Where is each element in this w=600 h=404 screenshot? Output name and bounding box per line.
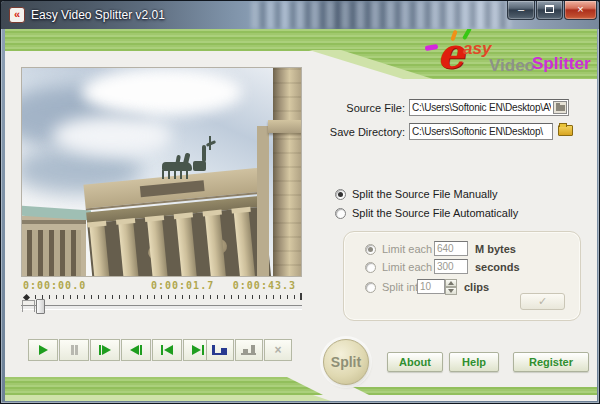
step-back-button[interactable]	[121, 339, 151, 361]
browse-source-button[interactable]	[553, 101, 567, 114]
radio-split-into-clips[interactable]	[365, 282, 376, 293]
delete-split-point-button[interactable]: ×	[264, 339, 292, 361]
video-preview	[21, 67, 302, 277]
time-current-label: 0:00:01.7	[151, 280, 214, 291]
about-button[interactable]: About	[387, 352, 443, 372]
maximize-icon	[545, 5, 554, 13]
step-forward-icon	[99, 345, 101, 355]
browse-save-folder-button[interactable]	[558, 125, 573, 136]
background-column	[257, 126, 269, 277]
play-button[interactable]	[28, 339, 58, 361]
title-bar[interactable]: « Easy Video Splitter v2.01 – ×	[1, 1, 600, 29]
radio-limit-mbytes[interactable]	[365, 244, 376, 255]
logo-splitter: Splitter	[532, 54, 591, 74]
time-end-label: 0:00:43.3	[232, 280, 296, 291]
foreground-column	[273, 68, 302, 277]
limit-mbytes-input[interactable]	[434, 241, 468, 256]
set-begin-point-button[interactable]	[206, 339, 234, 361]
delete-icon: ×	[274, 343, 281, 357]
step-back-icon	[130, 345, 139, 355]
brandenburg-gate	[83, 167, 277, 277]
minimize-button[interactable]: –	[507, 1, 535, 20]
clip-count-input[interactable]	[417, 279, 445, 294]
logo-letter-e: e	[437, 31, 464, 77]
jump-end-icon	[192, 345, 201, 355]
jump-start-icon	[161, 345, 163, 355]
cloud	[82, 68, 242, 116]
mbytes-unit-label: M bytes	[475, 243, 516, 255]
save-directory-input[interactable]	[409, 123, 553, 140]
timeline-slider[interactable]	[21, 305, 302, 310]
seconds-unit-label: seconds	[475, 261, 520, 273]
stepper-up-button[interactable]	[445, 279, 457, 287]
clips-unit-label: clips	[464, 281, 489, 293]
step-forward-button[interactable]	[90, 339, 120, 361]
bottom-green-band	[5, 373, 597, 401]
window-title: Easy Video Splitter v2.01	[31, 8, 165, 22]
arrow-down-icon	[448, 289, 454, 293]
clip-count-stepper	[445, 279, 457, 296]
app-icon: «	[9, 7, 25, 23]
register-button[interactable]: Register	[513, 352, 589, 372]
quadriga-statue	[160, 136, 224, 182]
arrow-up-icon	[448, 281, 454, 285]
radio-split-manually-label: Split the Source File Manually	[352, 188, 498, 200]
client-area: e asy Video Splitter	[5, 29, 597, 401]
folder-open-icon	[556, 105, 565, 111]
timeline-slider-thumb[interactable]	[36, 299, 45, 314]
radio-split-automatically[interactable]	[335, 208, 346, 219]
timeline-tick-strip	[35, 295, 299, 299]
app-logo: e asy Video Splitter	[427, 31, 592, 83]
source-file-input[interactable]	[409, 99, 569, 116]
radio-split-manually[interactable]	[335, 189, 346, 200]
titlebar-glass-decoration	[251, 1, 511, 29]
side-building	[22, 216, 86, 277]
pause-icon	[71, 345, 74, 355]
split-button[interactable]: Split	[323, 339, 369, 385]
limit-seconds-input[interactable]	[434, 259, 468, 274]
stepper-down-button[interactable]	[445, 287, 457, 295]
jump-start-button[interactable]	[152, 339, 182, 361]
radio-split-automatically-label: Split the Source File Automatically	[352, 207, 518, 219]
logo-video: Video	[489, 56, 535, 76]
help-button[interactable]: Help	[449, 352, 499, 372]
logo-asy: asy	[463, 39, 491, 59]
apply-auto-split-button[interactable]: ✓	[520, 293, 565, 310]
save-directory-label: Save Directory:	[305, 126, 405, 138]
play-icon	[39, 345, 48, 355]
set-end-point-button[interactable]	[235, 339, 263, 361]
maximize-button[interactable]	[536, 1, 563, 20]
time-start-label: 0:00:00.0	[23, 280, 86, 291]
timeline-end-tick	[300, 293, 302, 300]
cloud	[52, 116, 172, 156]
source-file-label: Source File:	[311, 102, 405, 114]
set-end-icon	[241, 344, 257, 356]
set-begin-icon	[212, 344, 228, 356]
pause-button[interactable]	[59, 339, 89, 361]
app-window: « Easy Video Splitter v2.01 – × e asy Vi…	[0, 0, 600, 404]
selection-begin-marker[interactable]	[22, 300, 35, 312]
radio-limit-seconds[interactable]	[365, 262, 376, 273]
close-button[interactable]: ×	[564, 1, 597, 20]
